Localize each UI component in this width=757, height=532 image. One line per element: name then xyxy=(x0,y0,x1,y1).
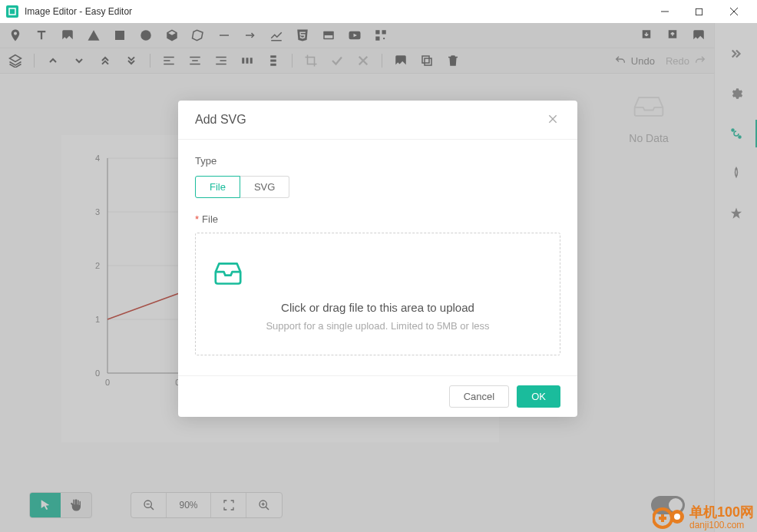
upload-main-text: Click or drag file to this area to uploa… xyxy=(211,301,544,314)
ok-button[interactable]: OK xyxy=(517,385,560,408)
modal-close-button[interactable] xyxy=(547,113,560,127)
type-label: Type xyxy=(195,155,560,167)
window-titlebar: Image Editor - Easy Editor xyxy=(0,0,757,23)
modal-title: Add SVG xyxy=(195,113,547,127)
svg-point-76 xyxy=(674,514,680,520)
cancel-button[interactable]: Cancel xyxy=(449,385,509,408)
svg-rect-2 xyxy=(696,8,702,15)
upload-dropzone[interactable]: Click or drag file to this area to uploa… xyxy=(195,233,560,355)
app-icon xyxy=(6,5,18,18)
inbox-upload-icon xyxy=(211,259,544,287)
type-svg-option[interactable]: SVG xyxy=(240,176,289,198)
add-svg-modal: Add SVG Type File SVG *File Click or dra… xyxy=(178,101,577,417)
minimize-button[interactable] xyxy=(647,0,682,23)
svg-rect-0 xyxy=(9,8,15,15)
close-button[interactable] xyxy=(716,0,751,23)
maximize-button[interactable] xyxy=(682,0,716,23)
watermark: 单机100网 danji100.com xyxy=(653,503,754,530)
type-file-option[interactable]: File xyxy=(195,176,240,198)
type-segmented: File SVG xyxy=(195,176,560,198)
window-title: Image Editor - Easy Editor xyxy=(25,6,647,17)
file-label: *File xyxy=(195,213,560,225)
upload-sub-text: Support for a single upload. Limited to … xyxy=(211,320,544,332)
